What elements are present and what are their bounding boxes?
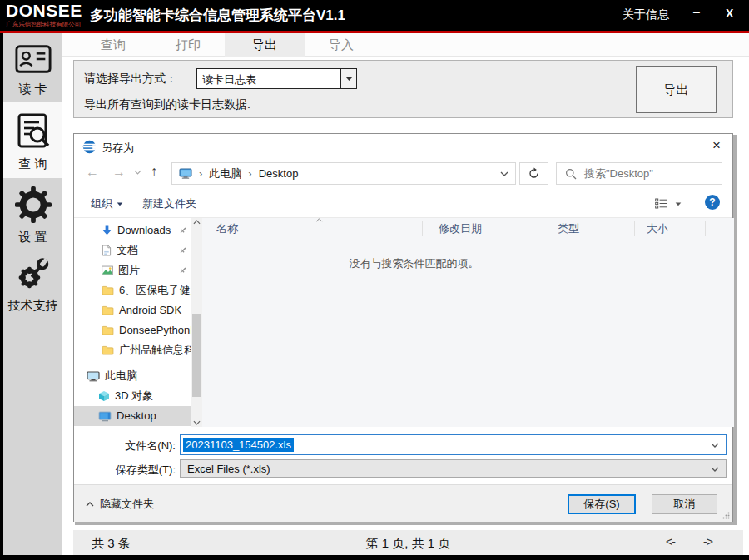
tab-query[interactable]: 查询	[73, 33, 153, 57]
sidebar-item-label: 查 询	[3, 156, 62, 172]
cancel-button[interactable]: 取消	[652, 494, 717, 514]
computer-icon	[87, 371, 100, 382]
dialog-nav-row: ← → ↑ › 此电脑 › Desktop	[74, 159, 732, 189]
dialog-body: Downloads 文档 图片	[74, 218, 732, 427]
refresh-icon	[528, 167, 540, 180]
up-icon[interactable]: ↑	[151, 164, 157, 179]
tree-item-desktop[interactable]: Desktop	[74, 406, 191, 426]
tree-item-label: 6、医保电子健康	[119, 280, 191, 300]
tree-item-folder[interactable]: 6、医保电子健康	[74, 280, 191, 300]
pin-icon	[179, 246, 187, 255]
refresh-button[interactable]	[519, 162, 548, 185]
sidebar-item-settings[interactable]: 设 置	[3, 185, 62, 246]
help-icon[interactable]: ?	[705, 195, 720, 210]
column-header-name[interactable]: 名称	[216, 221, 238, 236]
column-divider	[705, 221, 706, 236]
export-button[interactable]: 导出	[636, 66, 717, 113]
sidebar-item-label: 技术支持	[3, 298, 62, 314]
save-button[interactable]: 保存(S)	[568, 494, 636, 514]
tree-item-this-pc[interactable]: 此电脑	[74, 366, 191, 386]
filename-dropdown-chevron-icon[interactable]	[711, 443, 719, 448]
empty-results-message: 没有与搜索条件匹配的项。	[202, 256, 734, 271]
scroll-down-icon[interactable]	[193, 420, 201, 425]
dropdown-arrow-icon[interactable]	[340, 69, 356, 88]
save-type-chevron-icon[interactable]	[711, 467, 719, 472]
chevron-up-icon	[86, 502, 94, 507]
previous-page-button[interactable]: <-	[666, 535, 675, 548]
gear-icon	[15, 186, 52, 223]
about-button[interactable]: 关于信息	[623, 7, 669, 22]
main-content: 查询 打印 导出 导入 请选择导出方式： 读卡日志表 导出所有查询到的读卡日志数…	[62, 33, 749, 555]
location-computer-icon	[179, 168, 192, 179]
search-input[interactable]: 搜索"Desktop"	[556, 162, 722, 185]
column-header-size[interactable]: 大小	[647, 221, 668, 236]
tree-item-folder[interactable]: 广州品触信息科技	[74, 340, 191, 360]
back-icon[interactable]: ←	[86, 165, 99, 180]
save-type-select[interactable]: Excel Files (*.xls)	[180, 459, 727, 478]
filename-input[interactable]: 20231103_154502.xls	[180, 434, 727, 455]
folder-icon	[102, 285, 114, 295]
id-card-icon	[15, 43, 52, 75]
tab-import[interactable]: 导入	[301, 33, 381, 57]
forward-icon[interactable]: →	[112, 165, 126, 180]
app-title: 多功能智能卡综合信息管理系统平台V1.1	[90, 6, 345, 25]
support-wrench-icon	[16, 256, 51, 291]
tree-item-label: 广州品触信息科技	[119, 340, 191, 360]
folder-icon	[102, 325, 114, 335]
donsee-app-icon	[82, 140, 97, 154]
status-bar: 共 3 条 第 1 页, 共 1 页 <- ->	[73, 530, 743, 555]
sort-ascending-icon	[315, 218, 323, 222]
view-mode-icon[interactable]	[655, 198, 668, 209]
breadcrumb-separator: ›	[199, 167, 202, 180]
recent-locations-chevron-icon[interactable]	[134, 170, 141, 175]
sidebar-item-label: 读 卡	[3, 82, 62, 97]
search-doc-icon	[14, 113, 52, 150]
tree-item-pictures[interactable]: 图片	[74, 260, 191, 280]
tab-export[interactable]: 导出	[225, 33, 305, 57]
resize-grip[interactable]	[722, 512, 730, 519]
tree-item-label: 此电脑	[105, 366, 137, 386]
address-dropdown-chevron-icon[interactable]	[500, 171, 508, 176]
downloads-icon	[102, 225, 112, 236]
next-page-button[interactable]: ->	[703, 535, 712, 548]
address-bar[interactable]: › 此电脑 › Desktop	[171, 162, 516, 185]
minimize-button[interactable]: –	[693, 5, 700, 18]
sidebar-item-support[interactable]: 技术支持	[3, 255, 62, 318]
sidebar-item-read-card[interactable]: 读 卡	[3, 40, 62, 100]
tree-item-folder[interactable]: DonseePythonD	[74, 320, 191, 340]
cube-3d-icon	[98, 390, 110, 402]
sidebar-item-label: 设 置	[3, 230, 62, 245]
tree-item-documents[interactable]: 文档	[74, 240, 191, 260]
export-description: 导出所有查询到的读卡日志数据.	[84, 97, 250, 112]
column-divider	[422, 221, 423, 236]
scrollbar-thumb[interactable]	[192, 314, 201, 397]
dialog-title: 另存为	[102, 141, 134, 156]
sidebar-item-query[interactable]: 查 询	[3, 102, 62, 178]
column-header-date-modified[interactable]: 修改日期	[439, 221, 482, 236]
column-header-type[interactable]: 类型	[558, 221, 579, 236]
folder-icon	[102, 345, 114, 355]
export-panel: 请选择导出方式： 读卡日志表 导出所有查询到的读卡日志数据. 导出	[73, 60, 733, 118]
dialog-close-icon[interactable]: ×	[712, 137, 721, 154]
organize-menu[interactable]: 组织	[91, 196, 123, 211]
desktop-icon	[98, 411, 112, 422]
pin-icon	[179, 266, 187, 275]
page-indicator: 第 1 页, 共 1 页	[73, 536, 743, 552]
tab-print[interactable]: 打印	[148, 33, 228, 57]
breadcrumb-desktop[interactable]: Desktop	[259, 167, 299, 180]
breadcrumb-this-pc[interactable]: 此电脑	[209, 166, 241, 181]
hide-folders-button[interactable]: 隐藏文件夹	[86, 497, 154, 512]
new-folder-button[interactable]: 新建文件夹	[142, 196, 196, 211]
save-type-label: 保存类型(T):	[84, 463, 176, 478]
view-mode-chevron-icon[interactable]	[675, 202, 682, 206]
export-mode-select[interactable]: 读卡日志表	[196, 68, 357, 89]
tree-item-downloads[interactable]: Downloads	[74, 221, 191, 240]
file-list-headers: 名称 修改日期 类型 大小	[202, 218, 734, 240]
close-window-button[interactable]: X	[726, 7, 733, 20]
file-list: 名称 修改日期 类型 大小 没有与搜索条件匹配的项。	[202, 218, 734, 427]
tree-scrollbar[interactable]	[191, 218, 202, 427]
tree-item-3d-objects[interactable]: 3D 对象	[74, 386, 191, 406]
tree-item-folder[interactable]: Android SDK （	[74, 300, 191, 320]
pin-icon	[179, 226, 187, 235]
scroll-up-icon[interactable]	[193, 220, 201, 225]
